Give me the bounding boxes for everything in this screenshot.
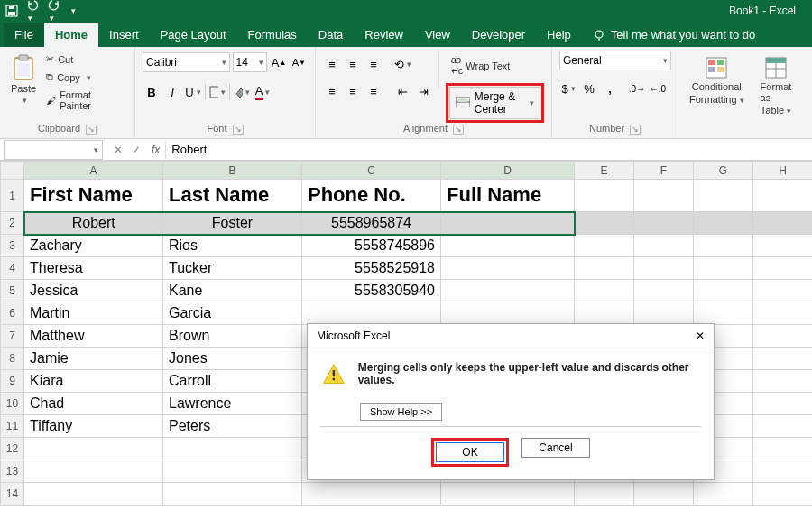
increase-decimal-icon[interactable]: .0→ bbox=[628, 79, 646, 98]
comma-icon[interactable]: , bbox=[601, 79, 619, 98]
cancel-formula-icon[interactable]: ✕ bbox=[114, 144, 123, 156]
cell[interactable]: Rios bbox=[163, 236, 301, 255]
format-as-table-button[interactable]: Format as Table▾ bbox=[757, 52, 796, 119]
cell[interactable]: Lawrence bbox=[163, 394, 301, 413]
cell[interactable]: Peters bbox=[163, 416, 301, 436]
font-size-combo[interactable]: 14▾ bbox=[233, 52, 268, 72]
column-headers[interactable]: A B C D E F G H bbox=[1, 162, 813, 180]
tab-view[interactable]: View bbox=[414, 23, 461, 47]
merge-center-button[interactable]: Merge & Center ▾ bbox=[449, 87, 540, 119]
tab-formulas[interactable]: Formulas bbox=[237, 23, 308, 47]
font-color-button[interactable]: A▾ bbox=[254, 83, 272, 101]
cell[interactable]: Jessica bbox=[24, 281, 162, 301]
conditional-formatting-button[interactable]: Conditional Formatting▾ bbox=[686, 52, 748, 108]
cell[interactable]: Zachary bbox=[24, 236, 162, 255]
dialog-launcher-icon[interactable]: ↘ bbox=[86, 125, 97, 135]
cell[interactable]: Jones bbox=[163, 348, 301, 368]
col-header-d[interactable]: D bbox=[441, 162, 575, 180]
italic-button[interactable]: I bbox=[163, 83, 181, 101]
cell[interactable]: Garcia bbox=[163, 303, 301, 323]
orientation-icon[interactable]: ⟲▾ bbox=[393, 55, 411, 73]
align-center-icon[interactable]: ≡ bbox=[344, 82, 362, 100]
cell[interactable] bbox=[441, 266, 574, 270]
cell[interactable]: Theresa bbox=[24, 258, 162, 278]
header-cell[interactable]: Phone No. bbox=[302, 180, 440, 210]
header-cell[interactable]: First Name bbox=[24, 180, 162, 210]
table-row[interactable]: 3ZacharyRios5558745896 bbox=[1, 235, 813, 257]
percent-icon[interactable]: % bbox=[580, 79, 598, 98]
cell[interactable]: Kane bbox=[163, 281, 301, 301]
format-painter-button[interactable]: 🖌Format Painter bbox=[43, 88, 127, 112]
cell[interactable]: Martin bbox=[24, 303, 162, 323]
close-icon[interactable]: ✕ bbox=[696, 330, 705, 342]
name-box[interactable]: ▾ bbox=[4, 140, 103, 160]
tab-file[interactable]: File bbox=[4, 23, 44, 47]
tab-developer[interactable]: Developer bbox=[461, 23, 536, 47]
accounting-icon[interactable]: $▾ bbox=[559, 79, 577, 98]
table-row[interactable]: 14 bbox=[1, 483, 813, 506]
table-row[interactable]: 2RobertFoster5558965874 bbox=[1, 212, 813, 235]
col-header-h[interactable]: H bbox=[753, 162, 813, 180]
cell[interactable]: Foster bbox=[163, 213, 301, 233]
tab-help[interactable]: Help bbox=[536, 23, 582, 47]
col-header-e[interactable]: E bbox=[575, 162, 634, 180]
fill-color-button[interactable]: ▾ bbox=[233, 83, 251, 101]
cell[interactable] bbox=[441, 221, 574, 225]
cell[interactable]: 5558525918 bbox=[302, 258, 440, 278]
undo-icon[interactable]: ▾ bbox=[25, 0, 40, 23]
align-middle-icon[interactable]: ≡ bbox=[344, 55, 362, 73]
borders-button[interactable]: ▾ bbox=[208, 83, 226, 101]
tab-review[interactable]: Review bbox=[354, 23, 414, 47]
cell[interactable]: Brown bbox=[163, 326, 301, 346]
align-bottom-icon[interactable]: ≡ bbox=[364, 55, 383, 73]
copy-button[interactable]: ⧉Copy▾ bbox=[43, 70, 127, 84]
qat-customize-icon[interactable]: ▾ bbox=[71, 6, 76, 15]
ok-button[interactable]: OK bbox=[436, 442, 504, 462]
table-row[interactable]: 6MartinGarcia bbox=[1, 302, 813, 325]
cell[interactable] bbox=[302, 311, 440, 315]
cell[interactable] bbox=[441, 311, 574, 315]
col-header-a[interactable]: A bbox=[24, 162, 163, 180]
table-row[interactable]: 1First NameLast NamePhone No.Full Name bbox=[1, 180, 813, 212]
dialog-launcher-icon[interactable]: ↘ bbox=[630, 125, 641, 135]
fx-icon[interactable]: fx bbox=[152, 144, 160, 156]
cell[interactable] bbox=[441, 244, 574, 247]
decrease-indent-icon[interactable]: ⇤ bbox=[393, 82, 411, 100]
dialog-launcher-icon[interactable]: ↘ bbox=[233, 125, 244, 135]
header-cell[interactable]: Last Name bbox=[163, 180, 301, 210]
cell[interactable]: 5558305940 bbox=[302, 281, 440, 301]
paste-button[interactable]: Paste ▾ bbox=[7, 51, 40, 108]
align-right-icon[interactable]: ≡ bbox=[364, 82, 383, 100]
align-left-icon[interactable]: ≡ bbox=[323, 82, 341, 100]
number-format-combo[interactable]: General▾ bbox=[559, 51, 671, 70]
tell-me[interactable]: Tell me what you want to do bbox=[582, 23, 766, 47]
font-name-combo[interactable]: Calibri▾ bbox=[143, 52, 230, 72]
cell[interactable]: Kiara bbox=[24, 371, 162, 391]
cell[interactable]: 5558745896 bbox=[302, 236, 440, 255]
cell[interactable]: Tucker bbox=[163, 258, 301, 278]
cell[interactable]: 5558965874 bbox=[302, 213, 440, 233]
cut-button[interactable]: ✂Cut bbox=[43, 52, 127, 66]
col-header-c[interactable]: C bbox=[302, 162, 441, 180]
redo-icon[interactable]: ▾ bbox=[47, 0, 61, 23]
align-top-icon[interactable]: ≡ bbox=[323, 55, 341, 73]
table-row[interactable]: 5JessicaKane5558305940 bbox=[1, 280, 813, 302]
cell[interactable]: Chad bbox=[24, 394, 162, 413]
underline-button[interactable]: U▾ bbox=[184, 83, 202, 101]
table-row[interactable]: 4TheresaTucker5558525918 bbox=[1, 257, 813, 280]
cell[interactable]: Carroll bbox=[163, 371, 301, 391]
show-help-button[interactable]: Show Help >> bbox=[360, 403, 442, 421]
col-header-f[interactable]: F bbox=[634, 162, 694, 180]
increase-indent-icon[interactable]: ⇥ bbox=[414, 82, 432, 100]
bold-button[interactable]: B bbox=[143, 83, 161, 101]
cell[interactable] bbox=[441, 289, 574, 292]
col-header-b[interactable]: B bbox=[163, 162, 302, 180]
decrease-decimal-icon[interactable]: ←.0 bbox=[649, 79, 667, 98]
increase-font-icon[interactable]: A▲ bbox=[270, 53, 287, 71]
save-icon[interactable] bbox=[5, 5, 18, 17]
tab-home[interactable]: Home bbox=[44, 23, 98, 47]
wrap-text-button[interactable]: ab↵c Wrap Text bbox=[446, 51, 544, 79]
cell[interactable]: Matthew bbox=[24, 326, 162, 346]
formula-input[interactable]: Robert bbox=[166, 143, 207, 156]
decrease-font-icon[interactable]: A▼ bbox=[291, 53, 308, 71]
